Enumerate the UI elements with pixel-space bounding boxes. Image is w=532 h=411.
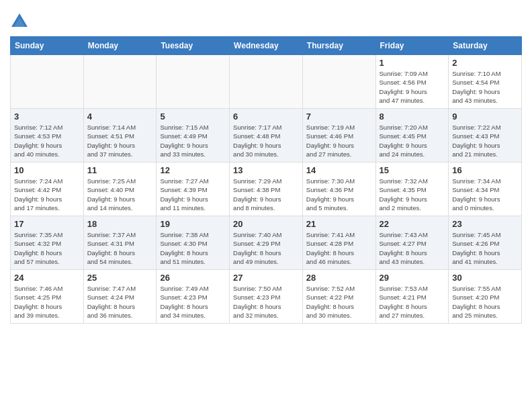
day-info: Sunrise: 7:47 AMSunset: 4:24 PMDaylight:… (87, 284, 153, 320)
day-number: 5 (160, 111, 226, 122)
calendar-week-3: 10Sunrise: 7:24 AMSunset: 4:42 PMDayligh… (11, 163, 522, 216)
day-info: Sunrise: 7:55 AMSunset: 4:20 PMDaylight:… (452, 284, 518, 320)
calendar-week-1: 1Sunrise: 7:09 AMSunset: 4:56 PMDaylight… (11, 55, 522, 109)
calendar-cell: 8Sunrise: 7:20 AMSunset: 4:45 PMDaylight… (375, 109, 449, 163)
calendar-cell: 28Sunrise: 7:52 AMSunset: 4:22 PMDayligh… (302, 270, 375, 324)
calendar-cell: 25Sunrise: 7:47 AMSunset: 4:24 PMDayligh… (83, 270, 157, 324)
day-info: Sunrise: 7:53 AMSunset: 4:21 PMDaylight:… (380, 284, 445, 320)
day-info: Sunrise: 7:09 AMSunset: 4:56 PMDaylight:… (380, 69, 445, 105)
day-info: Sunrise: 7:45 AMSunset: 4:26 PMDaylight:… (452, 230, 518, 266)
day-number: 30 (452, 273, 518, 283)
day-info: Sunrise: 7:29 AMSunset: 4:38 PMDaylight:… (233, 177, 299, 212)
day-number: 26 (160, 273, 226, 283)
calendar-cell: 22Sunrise: 7:43 AMSunset: 4:27 PMDayligh… (375, 216, 449, 270)
day-info: Sunrise: 7:41 AMSunset: 4:28 PMDaylight:… (306, 230, 372, 266)
day-number: 20 (233, 219, 299, 229)
day-number: 27 (233, 273, 299, 283)
day-info: Sunrise: 7:22 AMSunset: 4:43 PMDaylight:… (452, 123, 518, 158)
calendar-cell: 9Sunrise: 7:22 AMSunset: 4:43 PMDaylight… (449, 109, 522, 163)
weekday-header-row: SundayMondayTuesdayWednesdayThursdayFrid… (11, 37, 522, 55)
weekday-header-monday: Monday (83, 37, 157, 55)
day-info: Sunrise: 7:17 AMSunset: 4:48 PMDaylight:… (233, 123, 299, 158)
day-number: 29 (380, 273, 445, 283)
day-info: Sunrise: 7:40 AMSunset: 4:29 PMDaylight:… (233, 230, 299, 266)
day-number: 7 (306, 111, 372, 122)
day-number: 16 (452, 165, 518, 175)
logo (10, 12, 32, 31)
calendar-cell: 27Sunrise: 7:50 AMSunset: 4:23 PMDayligh… (230, 270, 303, 324)
day-number: 22 (380, 219, 445, 229)
calendar-cell: 20Sunrise: 7:40 AMSunset: 4:29 PMDayligh… (230, 216, 303, 270)
calendar-week-2: 3Sunrise: 7:12 AMSunset: 4:53 PMDaylight… (11, 109, 522, 163)
day-info: Sunrise: 7:35 AMSunset: 4:32 PMDaylight:… (14, 230, 80, 266)
calendar-cell (83, 55, 157, 109)
page-header (10, 7, 522, 31)
day-number: 12 (160, 165, 226, 175)
day-number: 9 (452, 111, 518, 122)
day-info: Sunrise: 7:37 AMSunset: 4:31 PMDaylight:… (87, 230, 153, 266)
day-number: 24 (14, 273, 80, 283)
day-info: Sunrise: 7:50 AMSunset: 4:23 PMDaylight:… (233, 284, 299, 320)
calendar-cell: 12Sunrise: 7:27 AMSunset: 4:39 PMDayligh… (157, 163, 230, 216)
calendar-cell: 21Sunrise: 7:41 AMSunset: 4:28 PMDayligh… (302, 216, 375, 270)
day-info: Sunrise: 7:20 AMSunset: 4:45 PMDaylight:… (380, 123, 445, 158)
calendar-week-5: 24Sunrise: 7:46 AMSunset: 4:25 PMDayligh… (11, 270, 522, 324)
calendar-week-4: 17Sunrise: 7:35 AMSunset: 4:32 PMDayligh… (11, 216, 522, 270)
day-number: 14 (306, 165, 372, 175)
day-number: 13 (233, 165, 299, 175)
day-info: Sunrise: 7:32 AMSunset: 4:35 PMDaylight:… (380, 177, 445, 212)
calendar-cell: 18Sunrise: 7:37 AMSunset: 4:31 PMDayligh… (83, 216, 157, 270)
day-number: 19 (160, 219, 226, 229)
day-number: 21 (306, 219, 372, 229)
calendar-header: SundayMondayTuesdayWednesdayThursdayFrid… (11, 37, 522, 55)
day-info: Sunrise: 7:10 AMSunset: 4:54 PMDaylight:… (452, 69, 518, 105)
calendar-cell: 19Sunrise: 7:38 AMSunset: 4:30 PMDayligh… (157, 216, 230, 270)
weekday-header-wednesday: Wednesday (230, 37, 303, 55)
logo-icon (10, 12, 29, 31)
day-info: Sunrise: 7:19 AMSunset: 4:46 PMDaylight:… (306, 123, 372, 158)
day-info: Sunrise: 7:27 AMSunset: 4:39 PMDaylight:… (160, 177, 226, 212)
weekday-header-friday: Friday (375, 37, 449, 55)
day-info: Sunrise: 7:46 AMSunset: 4:25 PMDaylight:… (14, 284, 80, 320)
day-info: Sunrise: 7:30 AMSunset: 4:36 PMDaylight:… (306, 177, 372, 212)
calendar-cell: 2Sunrise: 7:10 AMSunset: 4:54 PMDaylight… (449, 55, 522, 109)
calendar-cell: 3Sunrise: 7:12 AMSunset: 4:53 PMDaylight… (11, 109, 84, 163)
day-number: 3 (14, 111, 80, 122)
calendar-cell: 4Sunrise: 7:14 AMSunset: 4:51 PMDaylight… (83, 109, 157, 163)
day-info: Sunrise: 7:43 AMSunset: 4:27 PMDaylight:… (380, 230, 445, 266)
calendar-cell (157, 55, 230, 109)
calendar-cell: 1Sunrise: 7:09 AMSunset: 4:56 PMDaylight… (375, 55, 449, 109)
calendar-cell: 13Sunrise: 7:29 AMSunset: 4:38 PMDayligh… (230, 163, 303, 216)
day-info: Sunrise: 7:24 AMSunset: 4:42 PMDaylight:… (14, 177, 80, 212)
calendar-cell: 14Sunrise: 7:30 AMSunset: 4:36 PMDayligh… (302, 163, 375, 216)
calendar-cell: 7Sunrise: 7:19 AMSunset: 4:46 PMDaylight… (302, 109, 375, 163)
day-number: 15 (380, 165, 445, 175)
day-number: 23 (452, 219, 518, 229)
calendar-cell (230, 55, 303, 109)
day-number: 25 (87, 273, 153, 283)
calendar-cell: 24Sunrise: 7:46 AMSunset: 4:25 PMDayligh… (11, 270, 84, 324)
calendar-cell: 10Sunrise: 7:24 AMSunset: 4:42 PMDayligh… (11, 163, 84, 216)
weekday-header-thursday: Thursday (302, 37, 375, 55)
day-number: 8 (380, 111, 445, 122)
day-number: 28 (306, 273, 372, 283)
day-number: 2 (452, 58, 518, 68)
day-number: 6 (233, 111, 299, 122)
weekday-header-tuesday: Tuesday (157, 37, 230, 55)
calendar-cell: 17Sunrise: 7:35 AMSunset: 4:32 PMDayligh… (11, 216, 84, 270)
day-number: 10 (14, 165, 80, 175)
calendar-cell: 29Sunrise: 7:53 AMSunset: 4:21 PMDayligh… (375, 270, 449, 324)
calendar-body: 1Sunrise: 7:09 AMSunset: 4:56 PMDaylight… (11, 55, 522, 324)
calendar-cell (11, 55, 84, 109)
day-number: 17 (14, 219, 80, 229)
day-number: 11 (87, 165, 153, 175)
calendar-cell: 11Sunrise: 7:25 AMSunset: 4:40 PMDayligh… (83, 163, 157, 216)
day-info: Sunrise: 7:15 AMSunset: 4:49 PMDaylight:… (160, 123, 226, 158)
day-number: 4 (87, 111, 153, 122)
day-info: Sunrise: 7:34 AMSunset: 4:34 PMDaylight:… (452, 177, 518, 212)
day-info: Sunrise: 7:12 AMSunset: 4:53 PMDaylight:… (14, 123, 80, 158)
calendar-cell: 6Sunrise: 7:17 AMSunset: 4:48 PMDaylight… (230, 109, 303, 163)
day-info: Sunrise: 7:52 AMSunset: 4:22 PMDaylight:… (306, 284, 372, 320)
calendar-cell: 16Sunrise: 7:34 AMSunset: 4:34 PMDayligh… (449, 163, 522, 216)
weekday-header-sunday: Sunday (11, 37, 84, 55)
